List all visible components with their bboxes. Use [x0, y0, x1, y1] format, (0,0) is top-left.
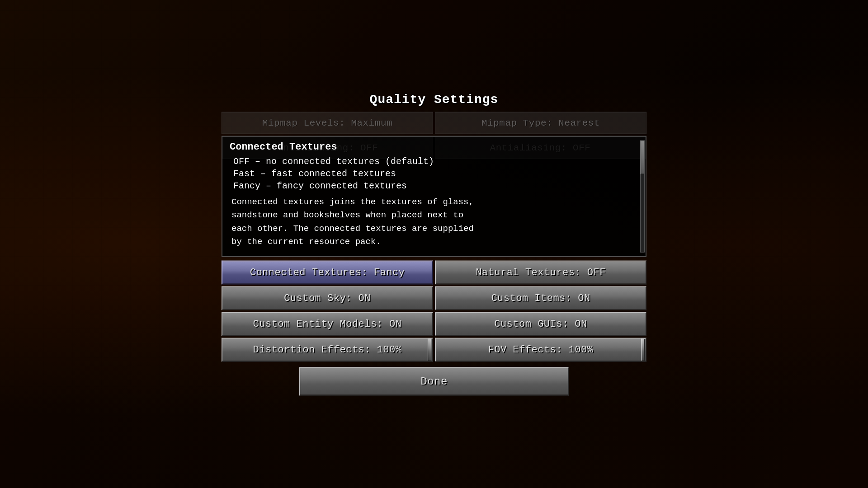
done-button[interactable]: Done	[299, 367, 569, 395]
dropdown-panel: Antialiasing: OFF Antialiasing: OFF Conn…	[222, 136, 646, 257]
natural-textures-label: Natural Textures: OFF	[476, 267, 606, 278]
custom-items-button[interactable]: Custom Items: ON	[435, 286, 646, 310]
mipmap-levels-label: Mipmap Levels: Maximum	[262, 118, 392, 128]
dropdown-option-fast[interactable]: Fast – fast connected textures	[230, 168, 638, 180]
custom-items-label: Custom Items: ON	[491, 292, 590, 304]
mipmap-levels-button[interactable]: Mipmap Levels: Maximum	[222, 112, 433, 134]
fov-effects-label: FOV Effects: 100%	[488, 344, 594, 355]
fov-slider-handle[interactable]	[641, 338, 645, 361]
dropdown-option-off[interactable]: OFF – no connected textures (default)	[230, 155, 638, 168]
dropdown-title: Connected Textures	[230, 141, 638, 153]
dropdown-option-fancy[interactable]: Fancy – fancy connected textures	[230, 180, 638, 192]
dropdown-description: Connected textures joins the textures of…	[230, 196, 638, 249]
top-faded-area: Mipmap Levels: Maximum Mipmap Type: Near…	[222, 112, 646, 134]
custom-sky-button[interactable]: Custom Sky: ON	[222, 286, 433, 310]
fov-effects-button[interactable]: FOV Effects: 100%	[435, 338, 646, 361]
mipmap-type-label: Mipmap Type: Nearest	[481, 118, 600, 128]
dropdown-scrollbar[interactable]	[640, 141, 645, 253]
distortion-effects-button[interactable]: Distortion Effects: 100%	[222, 338, 433, 361]
custom-sky-label: Custom Sky: ON	[284, 292, 371, 304]
mipmap-type-button[interactable]: Mipmap Type: Nearest	[435, 112, 646, 134]
ui-container: Quality Settings Mipmap Levels: Maximum …	[217, 93, 651, 396]
dropdown-scrollbar-thumb[interactable]	[641, 141, 644, 174]
distortion-effects-label: Distortion Effects: 100%	[253, 344, 402, 355]
custom-entity-models-label: Custom Entity Models: ON	[253, 318, 402, 329]
custom-guis-button[interactable]: Custom GUIs: ON	[435, 312, 646, 336]
connected-textures-button[interactable]: Connected Textures: Fancy	[222, 260, 433, 284]
custom-guis-label: Custom GUIs: ON	[494, 318, 587, 329]
natural-textures-button[interactable]: Natural Textures: OFF	[435, 260, 646, 284]
page-title: Quality Settings	[370, 93, 499, 107]
connected-textures-label: Connected Textures: Fancy	[250, 267, 405, 278]
distortion-slider-handle[interactable]	[428, 338, 431, 361]
custom-entity-models-button[interactable]: Custom Entity Models: ON	[222, 312, 433, 336]
buttons-grid: Connected Textures: Fancy Natural Textur…	[222, 260, 646, 361]
